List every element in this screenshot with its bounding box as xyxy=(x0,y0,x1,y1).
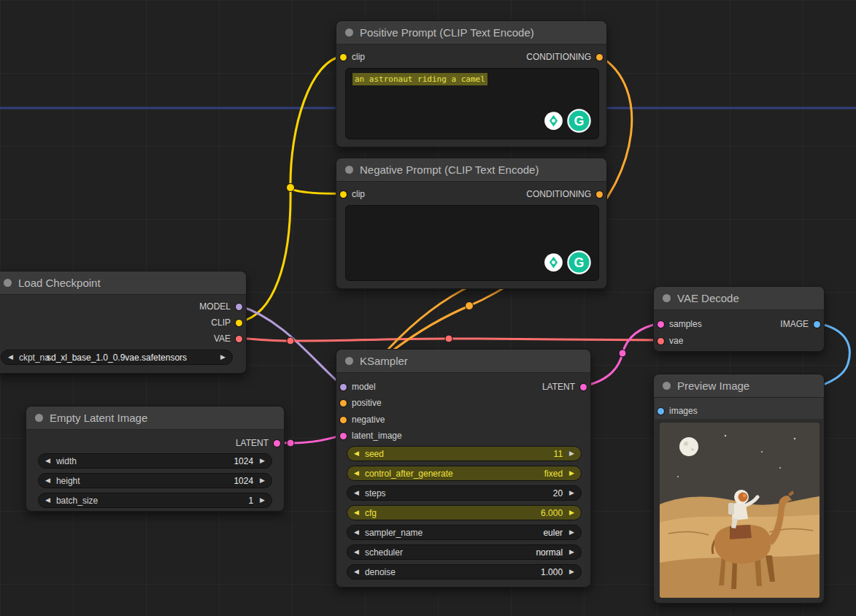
prompt-textarea[interactable]: G xyxy=(345,205,599,281)
node-ksampler[interactable]: KSampler model positive negative latent_… xyxy=(336,349,591,588)
conditioning-port-icon[interactable] xyxy=(340,417,347,423)
prev-arrow-icon[interactable]: ◀ xyxy=(8,354,13,361)
port-negative-input[interactable]: negative xyxy=(340,413,385,426)
collapse-dot-icon[interactable] xyxy=(663,382,671,390)
collapse-dot-icon[interactable] xyxy=(35,414,43,422)
grammarly-g-icon[interactable]: G xyxy=(567,250,591,274)
port-images-input[interactable]: images xyxy=(658,404,698,417)
clip-port-icon[interactable] xyxy=(236,320,242,326)
port-clip-input[interactable]: clip xyxy=(340,50,365,63)
node-header[interactable]: KSampler xyxy=(336,350,590,373)
node-header[interactable]: VAE Decode xyxy=(654,287,824,310)
node-negative-prompt[interactable]: Negative Prompt (CLIP Text Encode) clip … xyxy=(336,158,607,289)
collapse-dot-icon[interactable] xyxy=(4,279,12,287)
increment-arrow-icon[interactable]: ▶ xyxy=(569,509,574,516)
latent-port-icon[interactable] xyxy=(340,433,347,439)
node-load-checkpoint[interactable]: Load Checkpoint MODEL CLIP VAE ◀ ckpt_na… xyxy=(0,271,247,374)
port-samples-input[interactable]: samples xyxy=(658,317,702,331)
widget-control-after-generate[interactable]: ◀ control_after_generate fixed ▶ xyxy=(347,466,582,481)
port-vae-output[interactable]: VAE xyxy=(214,332,242,345)
node-graph-canvas[interactable]: Positive Prompt (CLIP Text Encode) clip … xyxy=(0,0,856,616)
reroute-dot-latent-2[interactable] xyxy=(619,350,626,357)
clip-port-icon[interactable] xyxy=(340,54,347,61)
port-vae-input[interactable]: vae xyxy=(658,334,683,347)
reroute-dot-clip[interactable] xyxy=(287,184,295,192)
collapse-dot-icon[interactable] xyxy=(345,357,353,365)
node-header[interactable]: Load Checkpoint xyxy=(0,272,246,295)
grammarly-widget[interactable]: G xyxy=(544,250,591,274)
clip-port-icon[interactable] xyxy=(340,191,347,198)
grammarly-assistant-icon[interactable] xyxy=(544,253,563,272)
grammarly-assistant-icon[interactable] xyxy=(544,111,563,131)
decrement-arrow-icon[interactable]: ◀ xyxy=(45,497,50,504)
port-model-output[interactable]: MODEL xyxy=(199,300,242,313)
grammarly-g-icon[interactable]: G xyxy=(567,109,591,133)
decrement-arrow-icon[interactable]: ◀ xyxy=(45,477,50,484)
node-header[interactable]: Preview Image xyxy=(654,374,824,398)
latent-port-icon[interactable] xyxy=(274,440,280,447)
decrement-arrow-icon[interactable]: ◀ xyxy=(45,458,50,464)
model-port-icon[interactable] xyxy=(236,304,242,310)
next-arrow-icon[interactable]: ▶ xyxy=(220,354,225,361)
decrement-arrow-icon[interactable]: ◀ xyxy=(354,450,359,457)
preview-image-output[interactable] xyxy=(660,423,820,598)
image-port-icon[interactable] xyxy=(814,321,820,328)
reroute-dot-latent-1[interactable] xyxy=(287,439,294,447)
image-port-icon[interactable] xyxy=(658,408,664,415)
increment-arrow-icon[interactable]: ▶ xyxy=(260,477,265,484)
widget-ckpt-name[interactable]: ◀ ckpt_na sd_xl_base_1.0_0.9vae.safetens… xyxy=(1,350,233,365)
latent-port-icon[interactable] xyxy=(580,384,587,390)
collapse-dot-icon[interactable] xyxy=(345,166,353,174)
widget-height[interactable]: ◀ height 1024 ▶ xyxy=(38,473,272,488)
conditioning-port-icon[interactable] xyxy=(340,400,347,407)
port-model-input[interactable]: model xyxy=(340,380,376,393)
increment-arrow-icon[interactable]: ▶ xyxy=(260,497,265,504)
conditioning-port-icon[interactable] xyxy=(596,54,603,61)
increment-arrow-icon[interactable]: ▶ xyxy=(569,569,574,575)
decrement-arrow-icon[interactable]: ◀ xyxy=(354,509,359,516)
node-vae-decode[interactable]: VAE Decode samples IMAGE vae xyxy=(653,286,825,352)
model-port-icon[interactable] xyxy=(340,384,347,390)
port-conditioning-output[interactable]: CONDITIONING xyxy=(526,50,603,63)
port-positive-input[interactable]: positive xyxy=(340,396,382,409)
port-clip-output[interactable]: CLIP xyxy=(211,316,242,329)
port-latent-output[interactable]: LATENT xyxy=(542,380,587,393)
widget-batch-size[interactable]: ◀ batch_size 1 ▶ xyxy=(38,493,272,508)
conditioning-port-icon[interactable] xyxy=(596,191,603,198)
vae-port-icon[interactable] xyxy=(658,338,664,344)
next-arrow-icon[interactable]: ▶ xyxy=(569,529,574,536)
collapse-dot-icon[interactable] xyxy=(663,294,671,302)
node-positive-prompt[interactable]: Positive Prompt (CLIP Text Encode) clip … xyxy=(336,20,607,147)
widget-width[interactable]: ◀ width 1024 ▶ xyxy=(38,453,272,469)
widget-sampler-name[interactable]: ◀ sampler_name euler ▶ xyxy=(347,525,582,540)
node-empty-latent-image[interactable]: Empty Latent Image LATENT ◀ width 1024 ▶… xyxy=(26,406,285,512)
widget-denoise[interactable]: ◀ denoise 1.000 ▶ xyxy=(347,564,582,580)
prev-arrow-icon[interactable]: ◀ xyxy=(354,529,359,536)
widget-scheduler[interactable]: ◀ scheduler normal ▶ xyxy=(347,544,582,560)
widget-steps[interactable]: ◀ steps 20 ▶ xyxy=(347,485,582,501)
node-header[interactable]: Empty Latent Image xyxy=(26,407,284,430)
grammarly-widget[interactable]: G xyxy=(544,109,591,133)
reroute-dot-conditioning[interactable] xyxy=(466,302,474,310)
prev-arrow-icon[interactable]: ◀ xyxy=(354,470,359,477)
port-latent-image-input[interactable]: latent_image xyxy=(340,429,402,442)
increment-arrow-icon[interactable]: ▶ xyxy=(569,490,574,496)
prompt-textarea[interactable]: an astronaut riding a camel G xyxy=(345,68,599,139)
widget-cfg[interactable]: ◀ cfg 6.000 ▶ xyxy=(347,505,582,520)
widget-seed[interactable]: ◀ seed 11 ▶ xyxy=(347,446,582,461)
wire-model[interactable] xyxy=(239,306,343,386)
next-arrow-icon[interactable]: ▶ xyxy=(569,470,574,477)
reroute-dot-vae-2[interactable] xyxy=(445,335,452,342)
port-latent-output[interactable]: LATENT xyxy=(236,436,280,450)
vae-port-icon[interactable] xyxy=(236,336,242,342)
node-header[interactable]: Negative Prompt (CLIP Text Encode) xyxy=(336,158,606,182)
port-image-output[interactable]: IMAGE xyxy=(780,317,820,331)
port-conditioning-output[interactable]: CONDITIONING xyxy=(526,188,603,201)
increment-arrow-icon[interactable]: ▶ xyxy=(260,458,265,464)
prev-arrow-icon[interactable]: ◀ xyxy=(354,549,359,555)
node-preview-image[interactable]: Preview Image images xyxy=(653,374,825,604)
port-clip-input[interactable]: clip xyxy=(340,188,365,201)
decrement-arrow-icon[interactable]: ◀ xyxy=(354,569,359,575)
next-arrow-icon[interactable]: ▶ xyxy=(569,549,574,555)
collapse-dot-icon[interactable] xyxy=(345,28,353,36)
